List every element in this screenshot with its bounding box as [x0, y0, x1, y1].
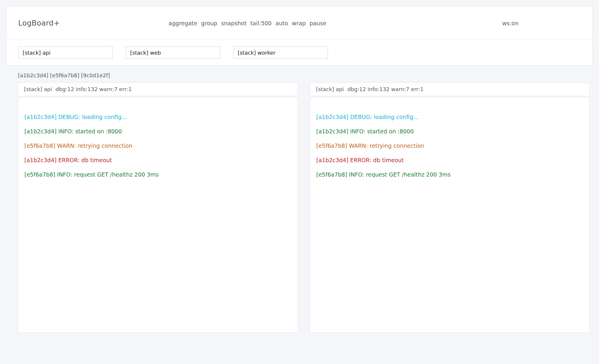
log-line-warn: [e5f6a7b8] WARN: retrying connection	[24, 142, 291, 150]
menu-item-pause[interactable]: pause	[310, 20, 326, 26]
log-line-debug: [a1b2c3d4] DEBUG: loading config...	[24, 113, 291, 121]
panel-stats: dbg:12 info:132 warn:7 err:1	[56, 86, 132, 92]
log-line-error: [a1b2c3d4] ERROR: db timeout	[24, 156, 291, 164]
trace-ids: [a1b2c3d4] [e5f6a7b8] [9c0d1e2f]	[18, 72, 110, 78]
filter-input-1[interactable]	[126, 46, 220, 59]
panel-source: [stack] api	[316, 86, 344, 92]
log-line-debug: [a1b2c3d4] DEBUG: loading config...	[316, 113, 583, 121]
log-line-warn: [e5f6a7b8] WARN: retrying connection	[316, 142, 583, 150]
menu-item-wrap[interactable]: wrap	[292, 20, 306, 26]
app-chrome: LogBoard+ aggregategroupsnapshottail:500…	[6, 6, 593, 66]
log-line-info: [e5f6a7b8] INFO: request GET /healthz 20…	[316, 171, 583, 178]
menu-item-auto[interactable]: auto	[276, 20, 288, 26]
panel-header: [stack] apidbg:12 info:132 warn:7 err:1	[18, 83, 298, 96]
panels: [stack] apidbg:12 info:132 warn:7 err:1[…	[18, 83, 590, 333]
log-line-info: [a1b2c3d4] INFO: started on :8000	[316, 128, 583, 135]
log-line-info: [a1b2c3d4] INFO: started on :8000	[24, 128, 291, 135]
app-title: LogBoard+	[18, 19, 60, 27]
menu-item-tail-500[interactable]: tail:500	[250, 20, 271, 26]
filter-input-0[interactable]	[18, 46, 113, 59]
log-body[interactable]: [a1b2c3d4] DEBUG: loading config...[a1b2…	[18, 97, 298, 333]
log-line-error: [a1b2c3d4] ERROR: db timeout	[316, 156, 583, 164]
log-line-info: [e5f6a7b8] INFO: request GET /healthz 20…	[24, 171, 291, 178]
filter-bar	[6, 40, 593, 65]
panel-header: [stack] apidbg:12 info:132 warn:7 err:1	[310, 83, 590, 96]
menu-item-group[interactable]: group	[201, 20, 217, 26]
menu-item-aggregate[interactable]: aggregate	[169, 20, 197, 26]
log-panel-0: [stack] apidbg:12 info:132 warn:7 err:1[…	[18, 83, 298, 333]
filter-input-2[interactable]	[233, 46, 328, 59]
top-bar: LogBoard+ aggregategroupsnapshottail:500…	[6, 6, 593, 40]
panel-stats: dbg:12 info:132 warn:7 err:1	[348, 86, 424, 92]
menu-item-snapshot[interactable]: snapshot	[221, 20, 247, 26]
log-body[interactable]: [a1b2c3d4] DEBUG: loading config...[a1b2…	[310, 97, 590, 333]
menu: aggregategroupsnapshottail:500autowrappa…	[169, 20, 326, 26]
ws-status[interactable]: ws:on	[502, 20, 519, 26]
log-panel-1: [stack] apidbg:12 info:132 warn:7 err:1[…	[310, 83, 590, 333]
panel-source: [stack] api	[24, 86, 52, 92]
